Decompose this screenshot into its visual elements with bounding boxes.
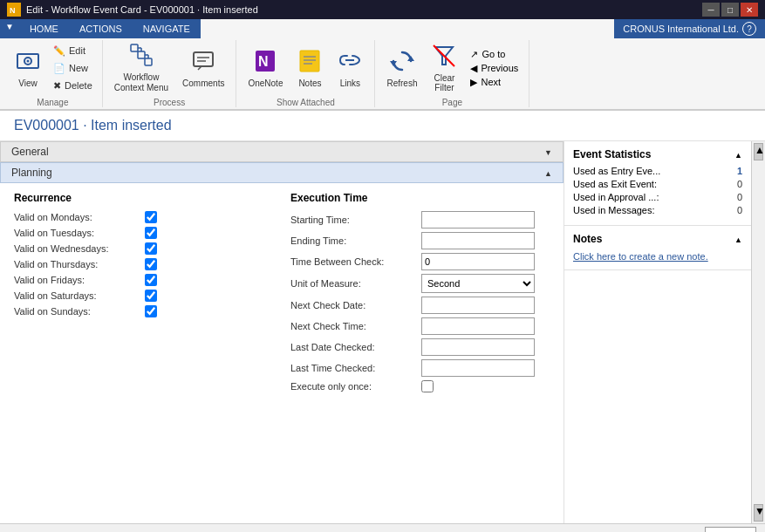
notes-icon (297, 49, 322, 77)
create-note-link[interactable]: Click here to create a new note. (573, 251, 708, 262)
tab-actions[interactable]: ACTIONS (69, 19, 133, 38)
tuesday-label: Valid on Tuesdays: (14, 228, 145, 238)
goto-icon: ↗ (470, 49, 478, 60)
planning-section-header[interactable]: Planning (0, 162, 564, 183)
view-icon (16, 49, 40, 77)
starting-time-row: Starting Time: (290, 211, 550, 228)
thursday-row: Valid on Thursdays: (14, 258, 273, 270)
unit-measure-select[interactable]: Second Minute Hour Day (421, 274, 535, 293)
wednesday-label: Valid on Wednesdays: (14, 243, 145, 254)
scroll-track (752, 162, 765, 502)
edit-icon: ✏️ (53, 45, 65, 57)
workflow-context-menu-button[interactable]: WorkflowContext Menu (108, 42, 174, 94)
clear-filter-button[interactable]: ClearFilter (425, 42, 463, 94)
window-controls[interactable]: ─ □ ✕ (702, 3, 758, 17)
next-button[interactable]: ▶ Next (468, 76, 520, 89)
sunday-label: Valid on Sundays: (14, 306, 145, 317)
ribbon-group-show-attached: N OneNote Notes Links Show Atta (236, 40, 375, 107)
new-button[interactable]: 📄 New (49, 60, 97, 77)
comments-icon (191, 49, 215, 77)
links-button[interactable]: Links (331, 42, 369, 94)
sunday-checkbox[interactable] (145, 305, 157, 317)
last-time-row: Last Time Checked: (290, 359, 550, 377)
refresh-button[interactable]: Refresh (380, 42, 423, 94)
ribbon: ▼ HOME ACTIONS NAVIGATE CRONUS Internati… (0, 19, 765, 111)
ending-time-input[interactable] (421, 232, 535, 249)
restore-button[interactable]: □ (721, 3, 739, 17)
starting-time-input[interactable] (421, 211, 535, 228)
close-button[interactable]: ✕ (741, 3, 758, 17)
side-panel: Event Statistics Used as Entry Eve... 1 … (564, 141, 751, 523)
last-date-row: Last Date Checked: (290, 338, 550, 356)
svg-rect-6 (138, 51, 145, 58)
ribbon-group-process: WorkflowContext Menu Comments Process (103, 40, 237, 107)
ok-button[interactable]: OK (705, 527, 756, 533)
execute-once-checkbox[interactable] (421, 380, 434, 392)
next-icon: ▶ (470, 77, 477, 88)
footer: OK (0, 523, 765, 532)
svg-rect-5 (131, 44, 138, 51)
scrollbar[interactable]: ▲ ▼ (751, 141, 765, 523)
process-items: WorkflowContext Menu Comments (108, 40, 231, 96)
tab-home[interactable]: HOME (19, 19, 69, 38)
planning-chevron (544, 167, 552, 179)
tuesday-row: Valid on Tuesdays: (14, 227, 273, 239)
svg-text:N: N (10, 6, 16, 15)
comments-button[interactable]: Comments (176, 42, 230, 94)
next-check-time-row: Next Check Time: (290, 317, 550, 335)
next-check-date-label: Next Check Date: (290, 300, 421, 310)
ribbon-content: View ✏️ Edit 📄 New ✖ Delete (0, 38, 765, 110)
general-section-header[interactable]: General (0, 141, 564, 162)
used-entry-value[interactable]: 1 (737, 166, 742, 176)
time-between-input[interactable] (421, 253, 535, 270)
used-approval-value: 0 (737, 192, 742, 202)
onenote-button[interactable]: N OneNote (242, 42, 289, 94)
svg-point-4 (27, 59, 30, 62)
ribbon-tabs: ▼ HOME ACTIONS NAVIGATE (0, 19, 201, 38)
tab-navigate[interactable]: NAVIGATE (133, 19, 201, 38)
saturday-checkbox[interactable] (145, 290, 157, 302)
goto-button[interactable]: ↗ Go to (468, 48, 520, 61)
next-check-date-input[interactable] (421, 297, 535, 314)
process-group-title: Process (154, 96, 185, 107)
event-statistics-header: Event Statistics (573, 148, 742, 160)
next-check-time-input[interactable] (421, 317, 535, 335)
next-check-time-label: Next Check Time: (290, 321, 421, 331)
view-button[interactable]: View (9, 42, 47, 94)
main-content: General Planning Recurrence Valid on Mon… (0, 141, 564, 523)
friday-label: Valid on Fridays: (14, 275, 145, 285)
ribbon-tab-row: ▼ HOME ACTIONS NAVIGATE CRONUS Internati… (0, 19, 765, 38)
friday-checkbox[interactable] (145, 274, 157, 286)
scroll-down[interactable]: ▼ (754, 504, 763, 522)
last-time-input[interactable] (421, 359, 535, 377)
scroll-up[interactable]: ▲ (754, 143, 763, 160)
execute-once-row: Execute only once: (290, 380, 550, 392)
previous-icon: ◀ (470, 63, 477, 74)
wednesday-checkbox[interactable] (145, 242, 157, 255)
show-attached-title: Show Attached (277, 96, 335, 107)
page-area: EV000001 · Item inserted General Plannin… (0, 111, 765, 523)
company-info: CRONUS International Ltd. ? (614, 19, 765, 38)
help-icon[interactable]: ? (742, 22, 756, 36)
show-attached-items: N OneNote Notes Links (242, 40, 369, 96)
used-approval-label: Used in Approval ...: (573, 192, 659, 202)
monday-checkbox[interactable] (145, 211, 157, 223)
last-date-input[interactable] (421, 338, 535, 356)
thursday-checkbox[interactable] (145, 258, 157, 270)
friday-row: Valid on Fridays: (14, 274, 273, 286)
ribbon-menu-button[interactable]: ▼ (0, 19, 19, 38)
workflow-icon (129, 43, 154, 71)
notes-button[interactable]: Notes (290, 42, 329, 94)
title-bar: N Edit - Workflow Event Card - EV000001 … (0, 0, 765, 19)
edit-button[interactable]: ✏️ Edit (49, 43, 97, 59)
navigation-group: ↗ Go to ◀ Previous ▶ Next (465, 48, 523, 89)
minimize-button[interactable]: ─ (702, 3, 720, 17)
previous-button[interactable]: ◀ Previous (468, 62, 520, 75)
view-label: View (18, 78, 38, 88)
used-messages-value: 0 (737, 205, 742, 215)
used-exit-row: Used as Exit Event: 0 (573, 179, 742, 189)
last-date-label: Last Date Checked: (290, 342, 421, 352)
notes-title: Notes (573, 233, 602, 245)
delete-button[interactable]: ✖ Delete (49, 78, 97, 94)
tuesday-checkbox[interactable] (145, 227, 157, 239)
